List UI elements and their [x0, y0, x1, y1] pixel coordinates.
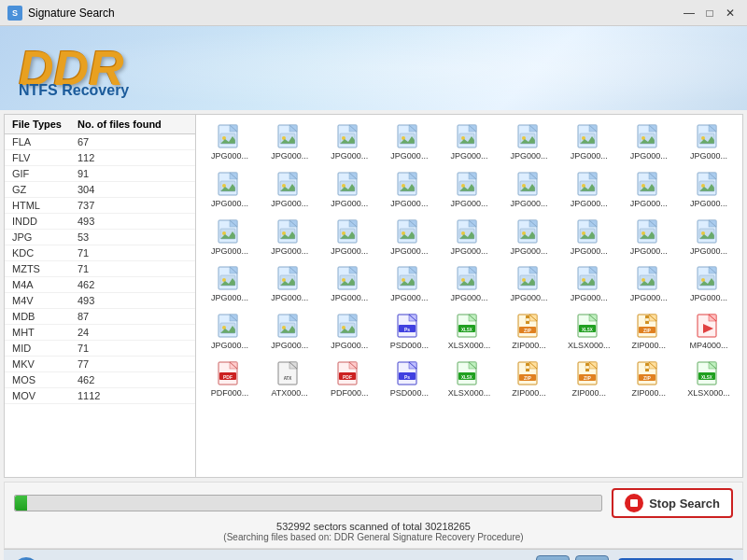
file-item[interactable]: JPG000...	[501, 120, 557, 164]
file-type-row[interactable]: JPG53	[5, 230, 195, 245]
file-item[interactable]: ZIP ZIP000...	[621, 310, 677, 354]
file-item[interactable]: JPG000...	[561, 216, 617, 259]
file-item[interactable]: ZIP ZIP000...	[561, 357, 617, 401]
file-item[interactable]: JPG000...	[261, 216, 317, 259]
window-controls: — □ ✕	[680, 4, 740, 22]
file-item[interactable]: JPG000...	[681, 262, 737, 306]
file-item[interactable]: JPG000...	[321, 262, 377, 306]
svg-text:Ps: Ps	[404, 327, 410, 332]
file-grid-panel[interactable]: JPG000... JPG000... JPG000...	[196, 115, 742, 477]
file-item[interactable]: JPG000...	[381, 168, 437, 212]
file-item[interactable]: JPG000...	[501, 216, 557, 259]
svg-rect-218	[645, 321, 649, 324]
file-item[interactable]: JPG000...	[381, 216, 437, 259]
file-name-label: JPG000...	[630, 151, 668, 161]
file-item[interactable]: XLSX XLSX000...	[681, 357, 737, 401]
maximize-button[interactable]: □	[700, 4, 719, 22]
file-type-row[interactable]: M4V493	[5, 293, 195, 309]
file-item[interactable]: JPG000...	[202, 120, 258, 164]
file-item[interactable]: PDF PDF000...	[321, 357, 377, 401]
file-item[interactable]: JPG000...	[621, 120, 677, 164]
close-button[interactable]: ✕	[721, 4, 740, 22]
file-item[interactable]: JPG000...	[381, 120, 437, 164]
file-type-row[interactable]: FLV112	[5, 150, 195, 166]
file-item[interactable]: JPG000...	[441, 262, 497, 306]
file-type-row[interactable]: MHT24	[5, 325, 195, 341]
file-item[interactable]: Ps PSD000...	[381, 310, 437, 354]
file-icon-zip: ZIP	[634, 360, 664, 386]
file-type-row[interactable]: MDB87	[5, 309, 195, 325]
file-item[interactable]: JPG000...	[261, 120, 317, 164]
ft-name: INDD	[12, 216, 78, 227]
file-item[interactable]: JPG000...	[321, 310, 377, 354]
file-item[interactable]: XLSX XLSX000...	[441, 357, 497, 401]
file-icon-jpg	[574, 265, 604, 291]
file-type-row[interactable]: MOV1112	[5, 388, 195, 404]
file-item[interactable]: JPG000...	[202, 216, 258, 259]
file-item[interactable]: PDF PDF000...	[202, 357, 258, 401]
file-item[interactable]: JPG000...	[561, 168, 617, 212]
file-item[interactable]: JPG000...	[202, 310, 258, 354]
file-name-label: JPG000...	[211, 151, 248, 161]
file-item[interactable]: JPG000...	[321, 168, 377, 212]
file-type-row[interactable]: FLA67	[5, 134, 195, 150]
file-item[interactable]: JPG000...	[561, 262, 617, 306]
file-item[interactable]: ZIP ZIP000...	[501, 310, 557, 354]
file-types-list[interactable]: FLA67FLV112GIF91GZ304HTML737INDD493JPG53…	[5, 134, 195, 477]
file-item[interactable]: ZIP ZIP000...	[621, 357, 677, 401]
file-item[interactable]: JPG000...	[681, 120, 737, 164]
file-type-row[interactable]: MKV77	[5, 357, 195, 372]
file-item[interactable]: ZIP ZIP000...	[501, 357, 557, 401]
file-item[interactable]: JPG000...	[681, 216, 737, 259]
file-item[interactable]: JPG000...	[321, 216, 377, 259]
file-item[interactable]: JPG000...	[441, 120, 497, 164]
file-item[interactable]: JPG000...	[501, 168, 557, 212]
ft-name: HTML	[12, 200, 78, 211]
file-item[interactable]: JPG000...	[321, 120, 377, 164]
file-item[interactable]: JPG000...	[381, 262, 437, 306]
nav-back-button[interactable]: ◀	[536, 555, 570, 561]
file-icon-jpg	[694, 218, 724, 245]
file-item[interactable]: XLSX XLSX000...	[441, 310, 497, 354]
col-count-header: No. of files found	[78, 119, 188, 130]
file-type-row[interactable]: MOS462	[5, 372, 195, 388]
file-name-label: JPG000...	[511, 199, 548, 209]
file-name-label: JPG000...	[331, 151, 368, 161]
file-item[interactable]: JPG000...	[441, 216, 497, 259]
file-type-row[interactable]: GZ304	[5, 182, 195, 198]
stop-search-button[interactable]: Stop Search	[612, 488, 733, 518]
file-icon-zip: ZIP	[574, 360, 604, 386]
file-icon-jpg	[454, 171, 484, 197]
file-item[interactable]: JPG000...	[501, 262, 557, 306]
file-icon-jpg	[275, 265, 304, 291]
file-item[interactable]: ATX ATX000...	[261, 357, 317, 401]
file-item[interactable]: JPG000...	[202, 168, 258, 212]
file-item[interactable]: JPG000...	[261, 168, 317, 212]
file-item[interactable]: JPG000...	[202, 262, 258, 306]
file-type-row[interactable]: GIF91	[5, 166, 195, 182]
file-type-row[interactable]: HTML737	[5, 198, 195, 214]
file-type-row[interactable]: INDD493	[5, 214, 195, 230]
stop-icon	[625, 494, 643, 512]
file-item[interactable]: Ps PSD000...	[381, 357, 437, 401]
file-type-row[interactable]: MID71	[5, 341, 195, 357]
file-item[interactable]: JPG000...	[681, 168, 737, 212]
ft-count: 77	[78, 358, 188, 370]
file-type-row[interactable]: MZTS71	[5, 261, 195, 277]
file-item[interactable]: JPG000...	[621, 216, 677, 259]
file-icon-jpg	[514, 123, 544, 149]
file-item[interactable]: JPG000...	[261, 310, 317, 354]
file-icon-jpg	[694, 171, 724, 197]
file-item[interactable]: JPG000...	[441, 168, 497, 212]
nav-forward-button[interactable]: ▶	[575, 555, 609, 561]
file-type-row[interactable]: M4A462	[5, 277, 195, 293]
file-item[interactable]: JPG000...	[621, 168, 677, 212]
file-item[interactable]: JPG000...	[621, 262, 677, 306]
minimize-button[interactable]: —	[680, 4, 698, 22]
file-item[interactable]: MP4000...	[681, 310, 737, 354]
file-item[interactable]: JPG000...	[261, 262, 317, 306]
file-item[interactable]: XLSX XLSX000...	[561, 310, 617, 354]
titlebar: S Signature Search — □ ✕	[0, 0, 747, 26]
file-type-row[interactable]: KDC71	[5, 245, 195, 261]
file-item[interactable]: JPG000...	[561, 120, 617, 164]
